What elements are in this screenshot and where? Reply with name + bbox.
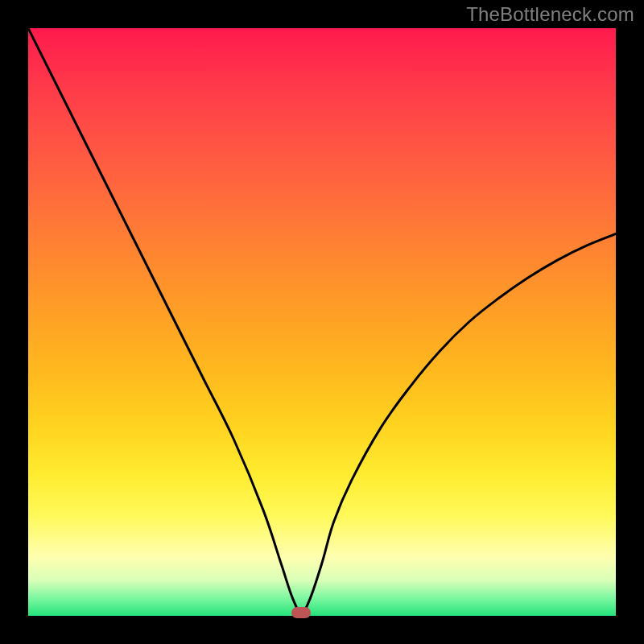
plot-area — [28, 28, 616, 616]
optimum-marker — [291, 607, 311, 618]
curve-svg — [28, 28, 616, 616]
chart-frame: TheBottleneck.com — [0, 0, 644, 644]
watermark-text: TheBottleneck.com — [466, 3, 634, 26]
bottleneck-curve — [28, 28, 616, 613]
